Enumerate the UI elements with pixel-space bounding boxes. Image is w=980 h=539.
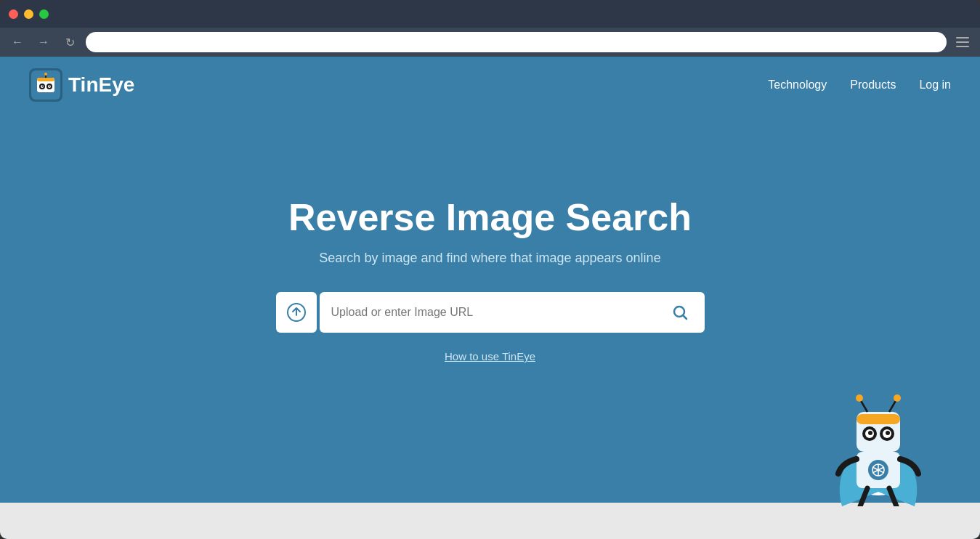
- svg-point-32: [894, 394, 901, 402]
- minimize-button[interactable]: [24, 9, 33, 19]
- search-container: [276, 292, 705, 333]
- upload-button[interactable]: [276, 292, 317, 333]
- logo-area: TinEye: [29, 68, 134, 102]
- site-nav: TinEye Technology Products Log in: [0, 57, 980, 113]
- svg-line-13: [683, 316, 687, 320]
- nav-links: Technology Products Log in: [768, 78, 951, 92]
- svg-point-30: [856, 394, 863, 402]
- svg-point-27: [868, 431, 872, 435]
- search-button[interactable]: [667, 299, 693, 325]
- footer-bar: [0, 503, 980, 539]
- hero-subtitle: Search by image and find where that imag…: [319, 251, 660, 266]
- how-to-link[interactable]: How to use TinEye: [445, 350, 535, 362]
- back-button[interactable]: ←: [7, 32, 28, 52]
- svg-rect-22: [857, 414, 900, 424]
- logo-icon: [29, 68, 62, 102]
- search-input[interactable]: [331, 306, 667, 319]
- svg-line-31: [889, 400, 896, 412]
- hero-title: Reverse Image Search: [288, 195, 692, 239]
- search-icon: [671, 304, 689, 321]
- svg-line-29: [860, 400, 867, 412]
- browser-toolbar: ← → ↻ https://www.thehotskills.com: [0, 28, 980, 57]
- svg-point-7: [42, 86, 44, 87]
- refresh-button[interactable]: ↻: [60, 32, 80, 52]
- close-button[interactable]: [9, 9, 18, 19]
- maximize-button[interactable]: [39, 9, 49, 19]
- titlebar: [0, 0, 980, 28]
- browser-window: ← → ↻ https://www.thehotskills.com: [0, 0, 980, 539]
- url-input[interactable]: https://www.thehotskills.com: [94, 37, 938, 48]
- robot-mascot: [820, 372, 936, 503]
- hero-section: Reverse Image Search Search by image and…: [0, 113, 980, 503]
- nav-login[interactable]: Log in: [919, 78, 951, 92]
- nav-products[interactable]: Products: [850, 78, 896, 92]
- nav-technology[interactable]: Technology: [768, 78, 827, 92]
- svg-point-10: [44, 73, 47, 76]
- robot-mascot-svg: [820, 372, 936, 506]
- forward-button[interactable]: →: [33, 32, 54, 52]
- search-input-wrapper[interactable]: [320, 292, 705, 333]
- svg-rect-2: [37, 78, 54, 81]
- logo-text: TinEye: [68, 73, 134, 97]
- browser-menu-button[interactable]: [952, 32, 973, 52]
- logo-svg: [31, 70, 60, 100]
- page-content: TinEye Technology Products Log in Revers…: [0, 57, 980, 539]
- browser-chrome: ← → ↻ https://www.thehotskills.com: [0, 0, 980, 57]
- address-bar[interactable]: https://www.thehotskills.com: [86, 32, 947, 52]
- svg-point-28: [886, 431, 890, 435]
- svg-point-8: [49, 86, 51, 87]
- upload-icon: [286, 302, 307, 323]
